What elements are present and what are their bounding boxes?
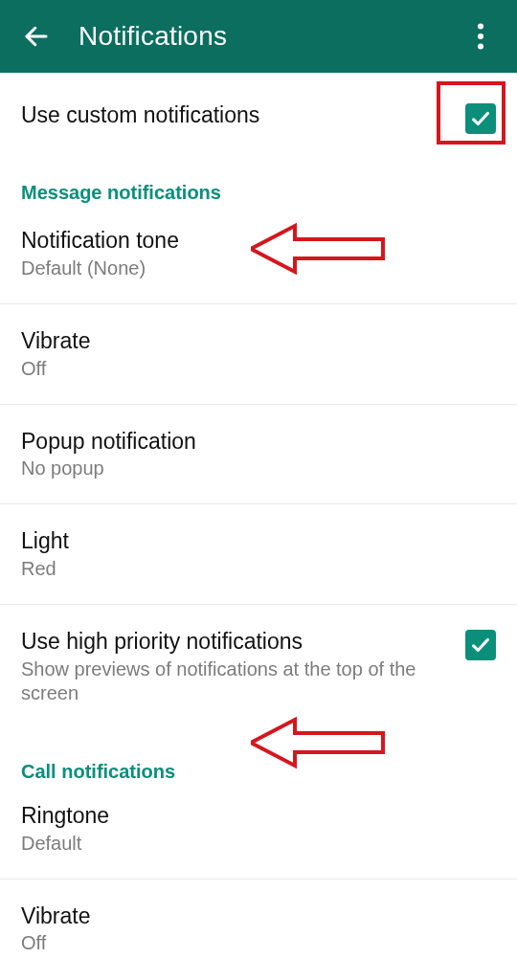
high-priority-checkbox[interactable] [465, 630, 496, 660]
vibrate-label: Vibrate [21, 327, 496, 355]
call-notifications-header: Call notifications [0, 728, 517, 792]
light-value: Red [21, 557, 496, 581]
light-row[interactable]: Light Red [0, 504, 517, 604]
checkmark-icon [470, 108, 491, 129]
notification-tone-value: Default (None) [21, 256, 496, 280]
vibrate-row[interactable]: Vibrate Off [0, 304, 517, 404]
app-bar: Notifications [0, 0, 517, 73]
back-arrow-icon [22, 22, 51, 51]
use-custom-notifications-label: Use custom notifications [21, 101, 450, 129]
ringtone-label: Ringtone [21, 802, 496, 830]
dots-vertical-icon [477, 23, 484, 50]
notification-tone-label: Notification tone [21, 227, 496, 255]
high-priority-label: Use high priority notifications [21, 628, 450, 656]
popup-notification-value: No popup [21, 457, 496, 480]
svg-point-3 [478, 43, 483, 49]
call-vibrate-row[interactable]: Vibrate Off [0, 880, 517, 979]
light-label: Light [21, 527, 496, 555]
high-priority-row[interactable]: Use high priority notifications Show pre… [0, 605, 517, 728]
call-vibrate-value: Off [21, 931, 496, 955]
popup-notification-row[interactable]: Popup notification No popup [0, 405, 517, 504]
settings-content: Use custom notifications Message notific… [0, 73, 517, 978]
high-priority-desc: Show previews of notifications at the to… [21, 657, 450, 705]
page-title: Notifications [59, 21, 458, 52]
use-custom-notifications-row[interactable]: Use custom notifications [0, 73, 517, 157]
ringtone-value: Default [21, 832, 496, 856]
svg-point-2 [478, 33, 483, 39]
notification-tone-row[interactable]: Notification tone Default (None) [0, 213, 517, 303]
overflow-menu-button[interactable] [458, 13, 504, 59]
use-custom-notifications-checkbox[interactable] [465, 103, 496, 134]
checkmark-icon [470, 635, 491, 656]
popup-notification-label: Popup notification [21, 428, 496, 456]
back-button[interactable] [13, 13, 59, 59]
call-vibrate-label: Vibrate [21, 902, 496, 930]
vibrate-value: Off [21, 357, 496, 381]
svg-point-1 [478, 23, 483, 29]
message-notifications-header: Message notifications [0, 157, 517, 213]
ringtone-row[interactable]: Ringtone Default [0, 792, 517, 879]
